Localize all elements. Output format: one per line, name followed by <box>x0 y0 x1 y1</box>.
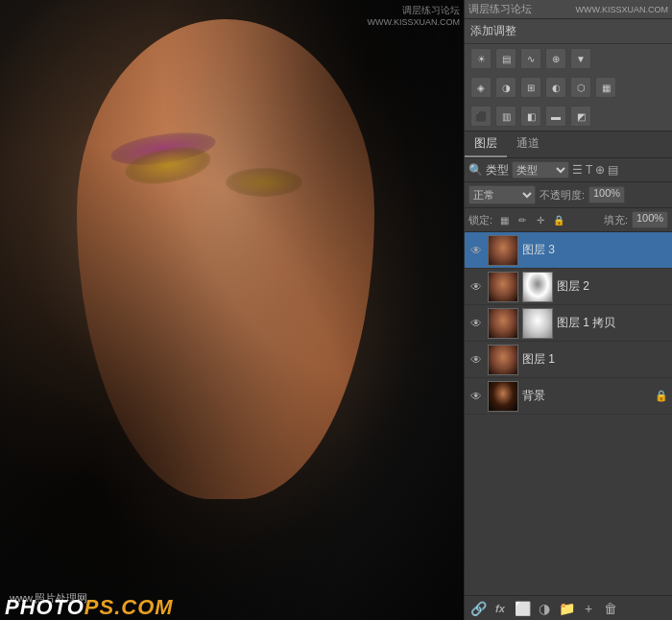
adjust-selective-icon[interactable]: ◩ <box>570 106 591 127</box>
link-button[interactable]: 🔗 <box>468 599 488 618</box>
adjust-dropdown-icon[interactable]: ▼ <box>570 48 591 69</box>
tabs-row: 图层 通道 <box>465 131 672 158</box>
filter-label: 类型 <box>486 162 509 179</box>
filter-icon-4[interactable]: ▤ <box>608 163 618 177</box>
layer-3-visibility-icon[interactable]: 👁 <box>468 243 484 258</box>
adjust-invert-icon[interactable]: ⬛ <box>470 106 492 127</box>
photo-overlay <box>0 0 464 620</box>
adjust-colorbalance-icon[interactable]: ⊞ <box>520 77 541 98</box>
layer-1copy-thumb-face <box>489 309 517 338</box>
adjust-channel-icon[interactable]: ▦ <box>595 77 616 98</box>
photo-canvas: 调层练习论坛 WWW.KISSXUAN.COM www.照片处理网 PHOTOP… <box>0 0 464 620</box>
adjust-icons-row-3: ⬛ ▥ ◧ ▬ ◩ <box>465 102 672 131</box>
filter-icon-1[interactable]: ☰ <box>572 163 583 177</box>
watermark-ps-part: PS.COM <box>84 595 174 619</box>
lock-row: 锁定: ▦ ✏ ✛ 🔒 填充: 100% <box>465 208 672 232</box>
watermark-photops: PHOTOPS.COM <box>5 595 174 620</box>
adjust-title: 添加调整 <box>465 19 672 44</box>
adjust-brightness-icon[interactable]: ☀ <box>470 48 492 69</box>
layer-item-1-copy[interactable]: 👁 图层 1 拷贝 <box>465 305 672 342</box>
layer-bg-thumbnail <box>488 381 518 412</box>
bottom-toolbar: 🔗 fx ⬜ ◑ 📁 + 🗑 <box>465 595 672 620</box>
top-bar: 调层练习论坛 WWW.KISSXUAN.COM <box>465 0 672 19</box>
opacity-label: 不透明度: <box>540 188 585 203</box>
top-bar-url: WWW.KISSXUAN.COM <box>576 5 669 14</box>
adjust-levels-icon[interactable]: ▤ <box>495 48 516 69</box>
adjust-photo-icon[interactable]: ⬡ <box>570 77 591 98</box>
lock-label: 锁定: <box>468 213 492 227</box>
layer-3-thumbnail <box>488 235 518 266</box>
filter-icon-3[interactable]: ⊕ <box>595 163 605 177</box>
opacity-value[interactable]: 100% <box>588 186 625 203</box>
top-bar-site: 调层练习论坛 <box>468 2 532 16</box>
layer-1copy-visibility-icon[interactable]: 👁 <box>468 316 484 331</box>
layer-1copy-thumb-mask <box>523 309 552 338</box>
new-layer-button[interactable]: + <box>579 599 598 618</box>
layer-2-thumb-face <box>489 273 517 301</box>
lock-all-icon[interactable]: 🔒 <box>551 212 566 227</box>
lock-move-icon[interactable]: ✛ <box>533 212 548 227</box>
blend-mode-row: 正常 不透明度: 100% <box>465 182 672 208</box>
layer-item-bg[interactable]: 👁 背景 🔒 <box>465 378 672 415</box>
layer-bg-lock-icon: 🔒 <box>655 390 668 402</box>
adjust-vibrance-icon[interactable]: ◈ <box>470 77 492 98</box>
layer-1copy-name: 图层 1 拷贝 <box>557 315 668 331</box>
layer-item-1[interactable]: 👁 图层 1 <box>465 342 672 378</box>
layer-2-thumb-mask <box>523 273 552 301</box>
layer-2-thumbnail-face <box>488 272 518 302</box>
adjust-threshold-icon[interactable]: ◧ <box>520 106 541 127</box>
layer-1copy-thumbnail-mask <box>522 308 553 339</box>
adjust-bw-icon[interactable]: ◐ <box>545 77 566 98</box>
folder-button[interactable]: 📁 <box>557 599 576 618</box>
adjust-curves-icon[interactable]: ∿ <box>520 48 541 69</box>
layer-bg-name: 背景 <box>522 388 651 404</box>
fx-button[interactable]: fx <box>491 599 510 618</box>
watermark-photo-part: PHOTO <box>5 595 84 619</box>
adjustment-button[interactable]: ◑ <box>535 599 554 618</box>
adjust-posterize-icon[interactable]: ▥ <box>495 106 516 127</box>
site-watermark-top: 调层练习论坛 WWW.KISSXUAN.COM <box>368 4 461 27</box>
adjust-gradient-icon[interactable]: ▬ <box>545 106 566 127</box>
adjust-exposure-icon[interactable]: ⊕ <box>545 48 566 69</box>
lock-brush-icon[interactable]: ✏ <box>515 212 530 227</box>
tab-layers[interactable]: 图层 <box>465 131 507 157</box>
layer-2-visibility-icon[interactable]: 👁 <box>468 279 484 295</box>
blend-mode-select[interactable]: 正常 <box>468 185 536 204</box>
lock-icons-group: ▦ ✏ ✛ 🔒 <box>496 212 566 227</box>
adjust-hsl-icon[interactable]: ◑ <box>495 77 516 98</box>
layer-2-name: 图层 2 <box>557 278 668 295</box>
layer-1-thumb-preview <box>489 346 517 374</box>
filter-type-select[interactable]: 类型 <box>512 161 569 179</box>
layer-1-visibility-icon[interactable]: 👁 <box>468 352 484 368</box>
layer-3-name: 图层 3 <box>522 242 668 258</box>
filter-icon-2[interactable]: T <box>586 163 592 177</box>
right-panel: 调层练习论坛 WWW.KISSXUAN.COM 添加调整 ☀ ▤ ∿ ⊕ ▼ ◈… <box>464 0 672 620</box>
layer-1-thumbnail <box>488 345 518 375</box>
layer-1-name: 图层 1 <box>522 351 668 368</box>
layers-list: 👁 图层 3 👁 图层 2 <box>465 232 672 595</box>
fill-value[interactable]: 100% <box>632 211 668 228</box>
photo-background <box>0 0 464 620</box>
search-icon: 🔍 <box>468 163 483 177</box>
tab-channels[interactable]: 通道 <box>507 131 549 157</box>
layer-item-2[interactable]: 👁 图层 2 <box>465 269 672 305</box>
fx-icon: fx <box>495 603 505 614</box>
fill-label: 填充: <box>604 213 628 227</box>
filter-row: 🔍 类型 类型 ☰ T ⊕ ▤ <box>465 158 672 182</box>
layer-2-thumbnail-mask <box>522 272 553 302</box>
mask-button[interactable]: ⬜ <box>513 599 532 618</box>
adjust-section: 添加调整 ☀ ▤ ∿ ⊕ ▼ ◈ ◑ ⊞ ◐ ⬡ ▦ ⬛ ▥ <box>465 19 672 131</box>
adjust-icons-row-2: ◈ ◑ ⊞ ◐ ⬡ ▦ <box>465 73 672 102</box>
layer-3-thumb-preview <box>489 236 517 265</box>
layer-bg-visibility-icon[interactable]: 👁 <box>468 389 484 404</box>
layer-1copy-thumbnail-face <box>488 308 518 339</box>
lock-checkerboard-icon[interactable]: ▦ <box>496 212 512 227</box>
layer-item-3[interactable]: 👁 图层 3 <box>465 232 672 269</box>
adjust-icons-row-1: ☀ ▤ ∿ ⊕ ▼ <box>465 44 672 73</box>
delete-layer-button[interactable]: 🗑 <box>601 599 620 618</box>
layer-bg-thumb-preview <box>489 382 517 411</box>
